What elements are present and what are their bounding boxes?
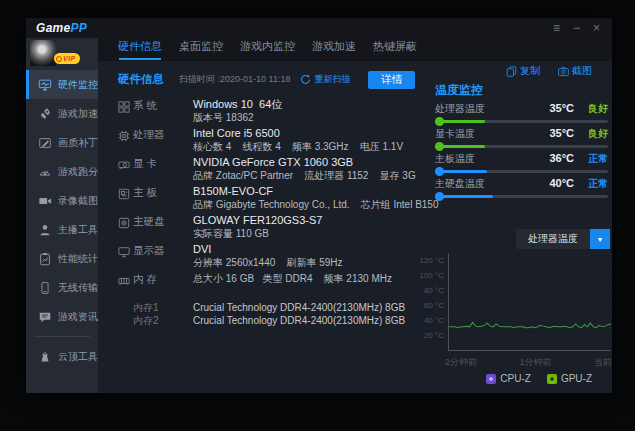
chart-plot-area	[448, 253, 611, 351]
hardware-row-hdd: 主硬盘 GLOWAY FER120GS3-S7实际容量 110 GB	[118, 214, 420, 240]
gpu-icon	[118, 157, 131, 182]
stats-clipboard-icon	[37, 251, 52, 266]
image-patch-icon	[37, 135, 52, 150]
sidebar-item-label: 主播工具	[58, 223, 98, 237]
sidebar-item-game-news[interactable]: 游戏资讯	[26, 302, 98, 331]
sidebar-item-streamer-tools[interactable]: 主播工具	[26, 215, 98, 244]
scan-time: 扫描时间 :2020-01-10 11:18	[179, 73, 290, 86]
slider-knob[interactable]	[435, 167, 444, 176]
slider-knob[interactable]	[435, 192, 444, 201]
hardware-row-system: 系 统 Windows 10 64位版本号 18362	[118, 98, 420, 124]
tab-game-boost[interactable]: 游戏加速	[312, 39, 356, 60]
memory-slot-row: 内存1 Crucial Technology DDR4-2400(2130MHz…	[133, 301, 420, 314]
refresh-icon	[300, 74, 311, 85]
sidebar-item-game-boost[interactable]: 游戏加速	[26, 99, 98, 128]
sidebar-item-benchmark[interactable]: 游戏跑分	[26, 157, 98, 186]
screenshot-button[interactable]: 截图	[558, 64, 592, 78]
cpu-z-button[interactable]: CPU-Z	[486, 373, 531, 384]
vip-badge: VIP	[54, 53, 80, 64]
sidebar-item-label: 云顶工具	[58, 350, 98, 364]
hardware-monitor-icon	[37, 77, 52, 92]
system-icon	[118, 99, 131, 124]
chevron-down-icon[interactable]: ▼	[590, 229, 610, 249]
slider-knob[interactable]	[435, 142, 444, 151]
news-icon	[37, 309, 52, 324]
benchmark-gauge-icon	[37, 164, 52, 179]
sidebar: VIP 硬件监控 游戏加速 画质补丁 游戏跑分 录像截图	[26, 38, 98, 393]
temp-row-cpu: 处理器温度 35°C 良好	[435, 102, 608, 127]
app-logo: GamePP	[36, 21, 87, 35]
motherboard-icon	[118, 186, 131, 211]
close-icon[interactable]: ×	[593, 22, 600, 34]
content-area: 硬件信息 扫描时间 :2020-01-10 11:18 重新扫描 详情 系 统 …	[98, 61, 612, 393]
temp-row-hdd: 主硬盘温度 40°C 正常	[435, 177, 608, 202]
temp-slider[interactable]	[435, 142, 608, 151]
temp-slider[interactable]	[435, 167, 608, 176]
gpu-z-icon	[547, 374, 557, 384]
sidebar-item-graphics-patch[interactable]: 画质补丁	[26, 128, 98, 157]
menu-icon[interactable]: ≡	[553, 22, 560, 34]
tab-bar: 硬件信息 桌面监控 游戏内监控 游戏加速 热键屏蔽	[98, 38, 612, 61]
temperature-panel: 复制 截图 温度监控 处理器温度 35°C	[435, 61, 612, 393]
copy-button[interactable]: 复制	[506, 64, 540, 78]
sidebar-item-label: 录像截图	[58, 194, 98, 208]
hardware-row-monitor: 显示器 DVI分辨率 2560x1440 刷新率 59Hz	[118, 243, 420, 269]
wireless-phone-icon	[37, 280, 52, 295]
temp-row-motherboard: 主板温度 36°C 正常	[435, 152, 608, 177]
gpu-z-button[interactable]: GPU-Z	[547, 373, 592, 384]
temp-slider[interactable]	[435, 117, 608, 126]
memory-icon	[118, 273, 131, 298]
camera-icon	[558, 66, 569, 77]
memory-slot-row: 内存2 Crucial Technology DDR4-2400(2130MHz…	[133, 314, 420, 327]
hardware-info-panel: 硬件信息 扫描时间 :2020-01-10 11:18 重新扫描 详情 系 统 …	[118, 70, 420, 327]
hdd-icon	[118, 215, 131, 240]
hardware-row-memory: 内 存 总大小 16 GB 类型 DDR4 频率 2130 MHz	[118, 272, 420, 298]
temp-row-gpu: 显卡温度 35°C 良好	[435, 127, 608, 152]
hardware-row-gpu: 显 卡 NVIDIA GeForce GTX 1060 3GB品牌 Zotac/…	[118, 156, 420, 182]
avatar[interactable]	[30, 40, 56, 66]
hardware-row-motherboard: 主 板 B150M-EVO-CF品牌 Gigabyte Technology C…	[118, 185, 420, 211]
cpu-z-icon	[486, 374, 496, 384]
copy-icon	[506, 66, 517, 77]
rescan-link[interactable]: 重新扫描	[300, 73, 350, 86]
app-window: GamePP ≡ − × VIP 硬件监控 游戏加速	[26, 18, 612, 393]
rocket-icon	[37, 106, 52, 121]
sidebar-item-label: 画质补丁	[58, 136, 98, 150]
sidebar-item-label: 游戏跑分	[58, 165, 98, 179]
sidebar-item-label: 无线传输	[58, 281, 98, 295]
sidebar-item-tft-tools[interactable]: 云顶工具	[26, 342, 98, 371]
hardware-row-cpu: 处理器 Intel Core i5 6500核心数 4 线程数 4 频率 3.3…	[118, 127, 420, 153]
video-camera-icon	[37, 193, 52, 208]
tab-ingame-monitor[interactable]: 游戏内监控	[240, 39, 295, 60]
sidebar-item-performance-stats[interactable]: 性能统计	[26, 244, 98, 273]
chart-x-axis: 2分钟前1分钟前当前	[445, 356, 612, 369]
temp-slider[interactable]	[435, 192, 608, 201]
temperature-title: 温度监控	[435, 82, 483, 99]
sidebar-divider	[34, 336, 90, 337]
sidebar-item-label: 游戏加速	[58, 107, 98, 121]
sidebar-item-record-capture[interactable]: 录像截图	[26, 186, 98, 215]
cloud-tools-icon	[37, 349, 52, 364]
slider-knob[interactable]	[435, 117, 444, 126]
sidebar-item-label: 硬件监控	[58, 78, 98, 92]
hardware-info-title: 硬件信息	[118, 72, 164, 87]
sidebar-item-hardware-monitor[interactable]: 硬件监控	[26, 70, 98, 99]
tab-hardware-info[interactable]: 硬件信息	[118, 39, 162, 60]
monitor-icon	[118, 244, 131, 269]
details-button[interactable]: 详情	[368, 71, 415, 89]
cpu-icon	[118, 128, 131, 153]
sidebar-item-label: 性能统计	[58, 252, 98, 266]
vip-coin-icon	[56, 56, 62, 62]
minimize-icon[interactable]: −	[573, 22, 580, 34]
tab-hotkey-block[interactable]: 热键屏蔽	[373, 39, 417, 60]
user-profile[interactable]: VIP	[26, 38, 98, 70]
chart-y-axis: 120 °C100 °C80 °C60 °C40 °C20 °C	[419, 253, 447, 351]
chart-series-dropdown[interactable]: 处理器温度 ▼	[516, 229, 610, 249]
title-bar: GamePP ≡ − ×	[26, 18, 612, 38]
tab-desktop-monitor[interactable]: 桌面监控	[179, 39, 223, 60]
sidebar-item-wireless-transfer[interactable]: 无线传输	[26, 273, 98, 302]
screen-background: GamePP ≡ − × VIP 硬件监控 游戏加速	[0, 0, 635, 431]
temperature-chart: 120 °C100 °C80 °C60 °C40 °C20 °C 2分钟前1分钟…	[419, 253, 612, 367]
sidebar-item-label: 游戏资讯	[58, 310, 98, 324]
streamer-icon	[37, 222, 52, 237]
